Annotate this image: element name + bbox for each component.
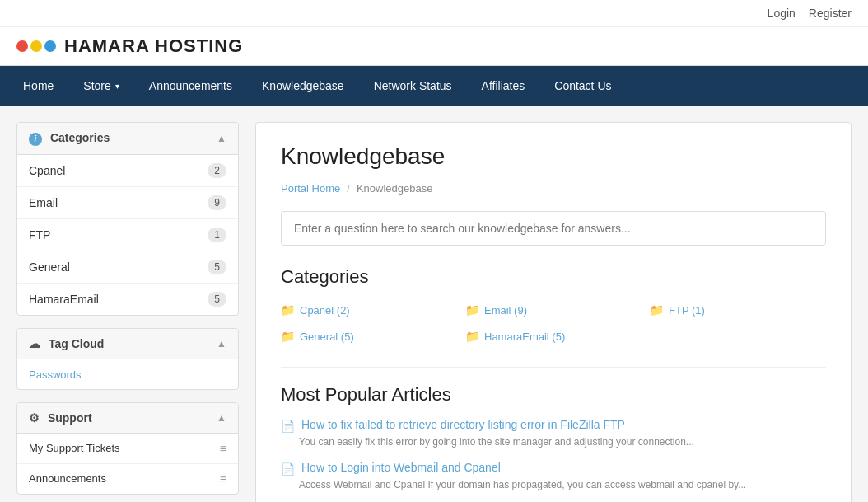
categories-grid: 📁 Cpanel (2) 📁 Email (9) 📁 FTP (1) 📁 Gen… (281, 300, 826, 346)
main-content: Knowledgebase Portal Home / Knowledgebas… (255, 122, 852, 502)
announcements-list-icon: ≡ (220, 472, 226, 486)
top-bar: Login Register (0, 0, 868, 27)
breadcrumb-separator: / (347, 182, 350, 195)
store-dropdown-arrow: ▾ (115, 82, 119, 91)
categories-chevron-icon[interactable]: ▲ (217, 133, 226, 144)
sidebar-category-ftp[interactable]: FTP 1 (17, 219, 238, 251)
categories-section-title: Categories (281, 266, 826, 288)
sidebar-tagcloud-box: ☁ Tag Cloud ▲ Passwords (16, 328, 239, 390)
logo[interactable]: HAMARA HOSTING (16, 35, 243, 57)
nav-item-store[interactable]: Store ▾ (68, 66, 133, 106)
nav: Home Store ▾ Announcements Knowledgebase… (0, 66, 868, 106)
breadcrumb-home[interactable]: Portal Home (281, 182, 340, 195)
sidebar-categories-list: Cpanel 2 Email 9 FTP 1 General 5 HamaraE… (17, 155, 238, 315)
sidebar-support-header: ⚙ Support ▲ (17, 403, 238, 434)
tickets-list-icon: ≡ (220, 442, 226, 455)
category-general[interactable]: 📁 General (5) (281, 326, 457, 346)
nav-item-home[interactable]: Home (8, 66, 68, 106)
cloud-icon: ☁ (29, 337, 40, 350)
divider (281, 367, 826, 368)
folder-icon-hamaraemail: 📁 (465, 330, 479, 343)
logo-text: HAMARA HOSTING (64, 35, 243, 57)
folder-icon-email: 📁 (465, 303, 479, 317)
article-icon-1: 📄 (281, 462, 295, 476)
article-item-0: 📄 How to fix failed to retrieve director… (281, 418, 826, 448)
support-icon: ⚙ (29, 411, 40, 425)
breadcrumb: Portal Home / Knowledgebase (281, 182, 826, 195)
category-cpanel[interactable]: 📁 Cpanel (2) (281, 300, 457, 320)
sidebar-categories-header: i Categories ▲ (17, 123, 238, 155)
category-ftp[interactable]: 📁 FTP (1) (650, 300, 826, 320)
popular-section-title: Most Popular Articles (281, 384, 826, 406)
sidebar-support-announcements[interactable]: Announcements ≡ (17, 464, 238, 494)
circle-yellow (30, 40, 42, 52)
sidebar-category-general[interactable]: General 5 (17, 251, 238, 284)
article-link-0[interactable]: 📄 How to fix failed to retrieve director… (281, 418, 826, 433)
sidebar-tagcloud-header: ☁ Tag Cloud ▲ (17, 329, 238, 359)
sidebar-support-box: ⚙ Support ▲ My Support Tickets ≡ Announc… (16, 402, 239, 495)
support-chevron-icon[interactable]: ▲ (217, 412, 226, 424)
article-desc-1: Access Webmail and Cpanel If your domain… (281, 479, 826, 490)
category-email[interactable]: 📁 Email (9) (465, 300, 642, 320)
folder-icon-cpanel: 📁 (281, 303, 295, 317)
tag-passwords[interactable]: Passwords (29, 368, 82, 381)
folder-icon-ftp: 📁 (650, 303, 664, 317)
register-link[interactable]: Register (809, 7, 852, 20)
article-item-1: 📄 How to Login into Webmail and Cpanel A… (281, 461, 826, 490)
category-hamaraemail[interactable]: 📁 HamaraEmail (5) (465, 326, 642, 346)
logo-circles (16, 40, 56, 52)
page-title: Knowledgebase (281, 143, 826, 170)
article-icon-0: 📄 (281, 420, 295, 433)
tagcloud-chevron-icon[interactable]: ▲ (217, 338, 226, 350)
header: HAMARA HOSTING (0, 27, 868, 66)
sidebar: i Categories ▲ Cpanel 2 Email 9 FTP 1 (16, 122, 239, 502)
article-link-1[interactable]: 📄 How to Login into Webmail and Cpanel (281, 461, 826, 476)
article-desc-0: You can easily fix this error by going i… (281, 436, 826, 448)
search-input[interactable] (281, 211, 826, 246)
sidebar-category-hamaraemail[interactable]: HamaraEmail 5 (17, 284, 238, 315)
circle-blue (44, 40, 56, 52)
login-link[interactable]: Login (768, 7, 796, 20)
nav-item-announcements[interactable]: Announcements (134, 66, 247, 106)
circle-red (16, 40, 28, 52)
nav-item-knowledgebase[interactable]: Knowledgebase (247, 66, 359, 106)
sidebar-categories-box: i Categories ▲ Cpanel 2 Email 9 FTP 1 (16, 122, 239, 316)
main-layout: i Categories ▲ Cpanel 2 Email 9 FTP 1 (0, 106, 868, 502)
nav-item-affiliates[interactable]: Affiliates (467, 66, 540, 106)
nav-item-network-status[interactable]: Network Status (359, 66, 467, 106)
folder-icon-general: 📁 (281, 330, 295, 343)
sidebar-category-cpanel[interactable]: Cpanel 2 (17, 155, 238, 187)
nav-item-contact-us[interactable]: Contact Us (539, 66, 626, 106)
sidebar-support-tickets[interactable]: My Support Tickets ≡ (17, 434, 238, 464)
sidebar-tagcloud-content: Passwords (17, 359, 238, 389)
breadcrumb-current: Knowledgebase (357, 182, 433, 195)
sidebar-category-email[interactable]: Email 9 (17, 187, 238, 219)
info-icon: i (29, 133, 42, 146)
